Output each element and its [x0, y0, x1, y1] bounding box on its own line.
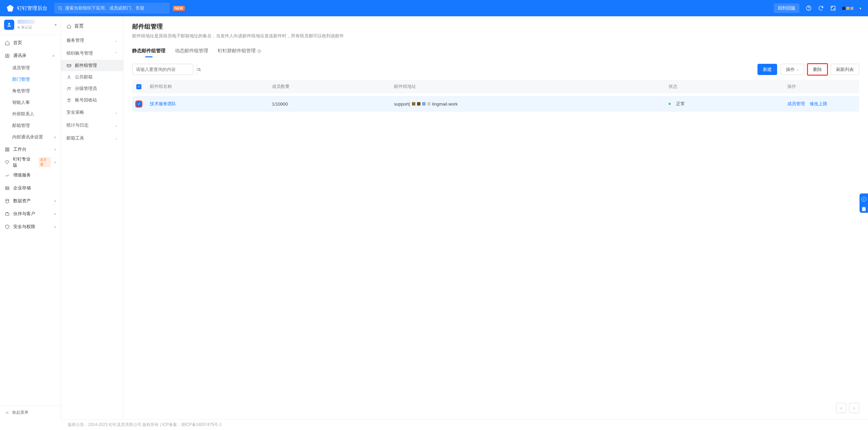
home-icon	[5, 40, 10, 45]
refresh-button[interactable]: 刷新列表	[831, 64, 859, 75]
storage-icon	[5, 186, 10, 191]
operate-dropdown[interactable]: 操作⌄	[781, 64, 804, 75]
th-status: 状态	[669, 83, 787, 90]
midnav-subadmin[interactable]: 分级管理员	[61, 83, 123, 94]
info-icon	[257, 49, 261, 53]
prev-page-button[interactable]: ‹	[836, 403, 846, 413]
tab-dynamic-group[interactable]: 动态邮件组管理	[175, 46, 208, 57]
info-icon: i	[862, 197, 866, 202]
close-icon[interactable]: ✕	[863, 206, 865, 209]
user-avatar[interactable]	[842, 7, 853, 10]
shield-icon	[5, 224, 10, 229]
row-status: 正常	[669, 101, 787, 107]
nav-pro[interactable]: 钉钉专业版 未开通 ▾	[0, 156, 61, 169]
nav-data[interactable]: 数据资产 ▾	[0, 194, 61, 207]
svg-rect-8	[8, 150, 9, 151]
mail-icon	[66, 63, 72, 68]
page-description: 邮件组地址是其组员电子邮箱地址的集合，当发件人向该邮件组地址发送邮件时，所有组员…	[132, 33, 859, 39]
nav-workbench[interactable]: 工作台 ▾	[0, 143, 61, 156]
nav-home-label: 首页	[13, 40, 22, 46]
nav-mail-manage[interactable]: 邮箱管理	[0, 120, 61, 131]
fullscreen-icon[interactable]	[830, 5, 836, 11]
delete-button[interactable]: 删除	[808, 64, 827, 75]
svg-rect-9	[6, 187, 9, 188]
midnav-tool[interactable]: 邮箱工具⌄	[61, 132, 123, 145]
redacted-square	[427, 102, 431, 106]
midnav-log[interactable]: 统计与日志⌄	[61, 119, 123, 132]
row-name-link[interactable]: 技术服务团队	[150, 101, 176, 107]
nav-internal-dir[interactable]: 内部通讯录设置▾	[0, 131, 61, 143]
secondary-nav: 首页 服务管理⌄ 组织账号管理⌃ 邮件组管理 公共邮箱 分级管理员 账号回收站	[61, 16, 123, 419]
create-button[interactable]: 新建	[757, 64, 777, 75]
midnav-service[interactable]: 服务管理⌄	[61, 34, 123, 47]
row-checkbox[interactable]	[136, 101, 141, 107]
svg-point-15	[68, 87, 69, 89]
nav-home[interactable]: 首页	[0, 36, 61, 49]
svg-rect-10	[6, 188, 9, 190]
nav-contacts-label: 通讯录	[13, 53, 26, 59]
row-edit-limit-link[interactable]: 修改上限	[810, 101, 827, 107]
tab-dingtalk-group[interactable]: 钉钉群邮件组管理	[218, 46, 261, 57]
table-search-button[interactable]	[196, 64, 201, 75]
global-search[interactable]: 搜索当前组织下应用、成员或部门、答疑	[54, 3, 170, 14]
midnav-recycle[interactable]: 账号回收站	[61, 94, 123, 106]
database-icon	[5, 199, 10, 204]
user-caret[interactable]: ▾	[860, 6, 861, 10]
midnav-public-mailbox[interactable]: 公共邮箱	[61, 71, 123, 83]
search-icon	[197, 67, 201, 72]
new-version-guide-float[interactable]: i 新版指南 ✕	[860, 193, 868, 213]
nav-storage[interactable]: 企业存储	[0, 182, 61, 194]
midnav-policy[interactable]: 安全策略⌄	[61, 106, 123, 119]
next-page-button[interactable]: ›	[849, 403, 859, 413]
nav-valueadd[interactable]: 增值服务	[0, 169, 61, 182]
row-address: support( lingmail.work	[394, 101, 669, 107]
primary-nav: 未认证 ▾ 首页 通讯录 成员管理 部门管理 角色管理 智能人事 外部联系人 邮…	[0, 16, 61, 419]
app-title: 钉钉管理后台	[17, 5, 47, 12]
svg-point-14	[68, 76, 70, 77]
redacted-square	[417, 102, 420, 106]
th-name: 邮件组名称	[150, 83, 272, 90]
redacted-square	[412, 102, 415, 106]
svg-point-16	[70, 87, 71, 88]
nav-roles[interactable]: 角色管理	[0, 85, 61, 97]
org-switcher[interactable]: 未认证 ▾	[0, 16, 61, 33]
svg-rect-7	[6, 150, 7, 151]
nav-departments[interactable]: 部门管理	[0, 74, 61, 85]
svg-point-11	[6, 199, 9, 200]
nav-partner[interactable]: 伙伴与客户 ▾	[0, 207, 61, 220]
midnav-account[interactable]: 组织账号管理⌃	[61, 47, 123, 60]
mailgroup-table: 邮件组名称 成员数量 邮件组地址 状态 操作 技术服务团队 1/10000 su…	[132, 80, 859, 112]
nav-contacts[interactable]: 通讯录	[0, 49, 61, 62]
nav-security[interactable]: 安全与权限 ▾	[0, 220, 61, 233]
tab-static-group[interactable]: 静态邮件组管理	[132, 46, 165, 57]
breadcrumb[interactable]: 首页	[61, 18, 123, 34]
toolbar: 新建 操作⌄ 删除 刷新列表	[132, 64, 859, 75]
back-to-old-button[interactable]: 回到旧版	[774, 3, 800, 13]
main-content: 邮件组管理 邮件组地址是其组员电子邮箱地址的集合，当发件人向该邮件组地址发送邮件…	[123, 16, 868, 419]
trend-icon	[5, 173, 10, 178]
nav-external-contacts[interactable]: 外部联系人	[0, 108, 61, 120]
tabs: 静态邮件组管理 动态邮件组管理 钉钉群邮件组管理	[132, 46, 859, 58]
chevron-down-icon: ▾	[55, 22, 57, 27]
grid-icon	[5, 147, 10, 152]
nav-smart-hr[interactable]: 智能人事	[0, 97, 61, 108]
midnav-mailgroup[interactable]: 邮件组管理	[61, 60, 123, 71]
row-member-manage-link[interactable]: 成员管理	[787, 101, 805, 107]
table-search[interactable]	[132, 64, 193, 75]
footer-copyright: 版权公告：2014-2023 钉钉及其关联公司 版权所有 | ICP备案：浙IC…	[61, 419, 868, 430]
trash-icon	[66, 98, 72, 103]
table-header: 邮件组名称 成员数量 邮件组地址 状态 操作	[132, 80, 859, 93]
table-search-input[interactable]	[133, 64, 196, 75]
help-icon[interactable]	[806, 5, 812, 11]
nav-members[interactable]: 成员管理	[0, 62, 61, 74]
chevron-up-icon	[51, 53, 56, 58]
select-all-checkbox[interactable]	[136, 84, 141, 89]
org-verify-status: 未认证	[21, 25, 32, 30]
collapse-menu-button[interactable]: 收起菜单	[0, 406, 61, 419]
pagination: ‹ ›	[132, 397, 859, 419]
svg-point-18	[198, 68, 200, 70]
refresh-icon[interactable]	[818, 5, 824, 11]
th-count: 成员数量	[272, 83, 394, 90]
svg-rect-6	[8, 148, 9, 149]
global-search-placeholder: 搜索当前组织下应用、成员或部门、答疑	[65, 5, 144, 11]
